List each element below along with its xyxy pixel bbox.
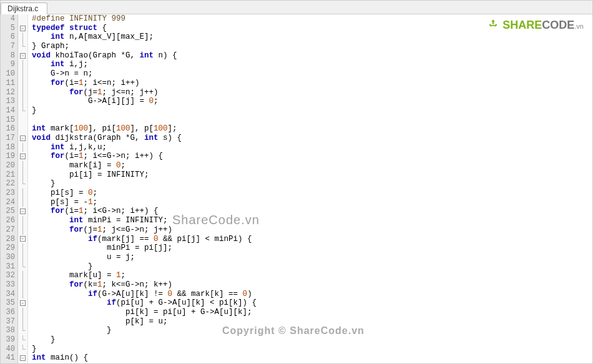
line-number: 11 bbox=[1, 79, 15, 88]
code-line[interactable]: G->n = n; bbox=[32, 69, 592, 79]
code-line[interactable]: int main() { bbox=[32, 353, 592, 363]
code-line[interactable]: int minPi = INFINITY; bbox=[32, 216, 592, 225]
code-line[interactable]: for(j=1; j<=n; j++) bbox=[32, 88, 592, 97]
fold-guide-line bbox=[22, 170, 23, 180]
line-number: 19 bbox=[1, 152, 15, 161]
fold-cell bbox=[18, 280, 27, 290]
code-line[interactable]: } Graph; bbox=[32, 42, 592, 51]
code-line[interactable]: int i,j,k,u; bbox=[32, 143, 592, 152]
fold-cell: − bbox=[18, 51, 27, 61]
code-area[interactable]: #define INFINITY 999typedef struct { int… bbox=[28, 14, 592, 363]
code-line[interactable]: minPi = pi[j]; bbox=[32, 243, 592, 253]
fold-toggle-icon[interactable]: − bbox=[20, 154, 26, 159]
fold-cell bbox=[18, 308, 27, 317]
fold-guide-line bbox=[22, 189, 23, 198]
fold-cell bbox=[18, 216, 27, 225]
code-line[interactable]: for(i=1; i<=G->n; i++) { bbox=[32, 152, 592, 161]
fold-guide-line bbox=[22, 97, 23, 106]
code-line[interactable]: void dijkstra(Graph *G, int s) { bbox=[32, 134, 592, 143]
line-number: 38 bbox=[1, 326, 15, 335]
code-line[interactable]: } bbox=[32, 179, 592, 189]
fold-cell bbox=[18, 32, 27, 42]
code-line[interactable]: pi[k] = pi[u] + G->A[u][k]; bbox=[32, 308, 592, 317]
fold-toggle-icon[interactable]: − bbox=[20, 300, 26, 306]
line-number: 30 bbox=[1, 253, 15, 262]
tab-bar: Dijkstra.c bbox=[1, 1, 592, 14]
fold-cell: − bbox=[18, 353, 27, 363]
code-line[interactable]: pi[s] = 0; bbox=[32, 189, 592, 198]
fold-guide-line bbox=[22, 280, 23, 290]
fold-cell bbox=[18, 14, 27, 24]
code-line[interactable] bbox=[32, 116, 592, 125]
code-line[interactable]: for(k=1; k<=G->n; k++) bbox=[32, 280, 592, 290]
line-number: 26 bbox=[1, 216, 15, 225]
code-line[interactable]: } bbox=[32, 262, 592, 272]
line-number: 4 bbox=[1, 14, 15, 24]
sharecode-logo: SHARECODE.vn bbox=[486, 18, 584, 32]
fold-guide-line bbox=[22, 198, 23, 207]
code-line[interactable]: void khoiTao(Graph *G, int n) { bbox=[32, 51, 592, 61]
code-line[interactable]: mark[i] = 0; bbox=[32, 161, 592, 170]
fold-cell bbox=[18, 189, 27, 198]
logo-suffix: .vn bbox=[574, 22, 584, 30]
line-number: 20 bbox=[1, 161, 15, 170]
fold-cell: − bbox=[18, 134, 27, 143]
line-number: 27 bbox=[1, 225, 15, 235]
fold-cell bbox=[18, 253, 27, 262]
fold-toggle-icon[interactable]: − bbox=[20, 355, 26, 361]
fold-guide-line bbox=[22, 79, 23, 88]
fold-cell bbox=[18, 42, 27, 51]
fold-cell bbox=[18, 88, 27, 97]
fold-guide-line bbox=[22, 216, 23, 225]
code-line[interactable]: G->A[i][j] = 0; bbox=[32, 97, 592, 106]
fold-cell bbox=[18, 326, 27, 335]
code-line[interactable]: mark[u] = 1; bbox=[32, 271, 592, 280]
code-line[interactable]: } bbox=[32, 326, 592, 335]
code-line[interactable]: } bbox=[32, 106, 592, 116]
line-number: 15 bbox=[1, 116, 15, 125]
fold-cell bbox=[18, 243, 27, 253]
fold-toggle-icon[interactable]: − bbox=[20, 53, 26, 59]
fold-guide-line bbox=[22, 271, 23, 280]
line-number: 10 bbox=[1, 69, 15, 79]
line-number: 23 bbox=[1, 189, 15, 198]
fold-guide-line bbox=[22, 32, 23, 42]
fold-toggle-icon[interactable]: − bbox=[20, 135, 26, 141]
fold-cell bbox=[18, 106, 27, 116]
code-line[interactable]: pi[i] = INFINITY; bbox=[32, 170, 592, 180]
fold-cell bbox=[18, 317, 27, 327]
fold-toggle-icon[interactable]: − bbox=[20, 236, 26, 242]
code-line[interactable]: int n,A[max_V][max_E]; bbox=[32, 32, 592, 42]
line-number: 39 bbox=[1, 335, 15, 345]
fold-toggle-icon[interactable]: − bbox=[20, 26, 26, 31]
line-number: 21 bbox=[1, 170, 15, 180]
code-line[interactable]: u = j; bbox=[32, 253, 592, 262]
line-number: 18 bbox=[1, 143, 15, 152]
fold-cell bbox=[18, 116, 27, 125]
code-line[interactable]: for(i=1; i<G->n; i++) { bbox=[32, 207, 592, 216]
code-line[interactable]: p[k] = u; bbox=[32, 317, 592, 327]
fold-cell bbox=[18, 179, 27, 189]
code-line[interactable]: int mark[100], pi[100], p[100]; bbox=[32, 124, 592, 134]
logo-text-2: CODE bbox=[542, 19, 574, 31]
fold-cell bbox=[18, 97, 27, 106]
line-number: 34 bbox=[1, 290, 15, 299]
code-line[interactable]: for(j=1; j<=G->n; j++) bbox=[32, 225, 592, 235]
fold-cell bbox=[18, 79, 27, 88]
fold-cell bbox=[18, 262, 27, 272]
code-line[interactable]: } bbox=[32, 345, 592, 354]
fold-guide-line bbox=[22, 69, 23, 79]
code-line[interactable]: } bbox=[32, 335, 592, 345]
code-line[interactable]: if(G->A[u][k] != 0 && mark[k] == 0) bbox=[32, 290, 592, 299]
code-line[interactable]: if(mark[j] == 0 && pi[j] < minPi) { bbox=[32, 235, 592, 244]
code-line[interactable]: p[s] = -1; bbox=[32, 198, 592, 207]
code-line[interactable]: int i,j; bbox=[32, 60, 592, 69]
code-line[interactable]: if(pi[u] + G->A[u][k] < pi[k]) { bbox=[32, 298, 592, 308]
line-number: 17 bbox=[1, 134, 15, 143]
line-number: 6 bbox=[1, 32, 15, 42]
line-number: 22 bbox=[1, 179, 15, 189]
line-number-gutter: 4567891011121314151617181920212223242526… bbox=[1, 14, 18, 363]
tab-file[interactable]: Dijkstra.c bbox=[1, 2, 47, 14]
code-line[interactable]: for(i=1; i<=n; i++) bbox=[32, 79, 592, 88]
fold-toggle-icon[interactable]: − bbox=[20, 209, 26, 214]
